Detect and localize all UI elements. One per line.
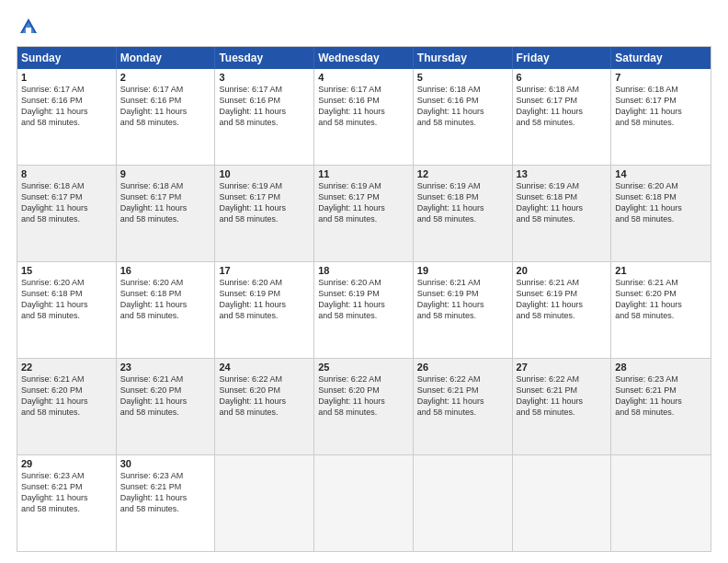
day-number: 3 [219, 72, 310, 83]
day-cell-8: 8Sunrise: 6:18 AM Sunset: 6:17 PM Daylig… [17, 166, 117, 261]
day-number: 12 [417, 168, 508, 179]
header-day-tuesday: Tuesday [215, 47, 314, 69]
day-number: 23 [120, 362, 211, 373]
day-number: 20 [517, 265, 608, 276]
day-number: 7 [615, 72, 707, 83]
empty-cell [314, 455, 414, 551]
day-info: Sunrise: 6:17 AM Sunset: 6:16 PM Dayligh… [21, 84, 112, 129]
day-number: 25 [318, 362, 409, 373]
day-number: 16 [120, 265, 211, 276]
logo-icon [18, 17, 39, 37]
day-info: Sunrise: 6:18 AM Sunset: 6:16 PM Dayligh… [417, 84, 508, 129]
calendar: SundayMondayTuesdayWednesdayThursdayFrid… [17, 46, 711, 552]
day-info: Sunrise: 6:18 AM Sunset: 6:17 PM Dayligh… [615, 84, 707, 129]
day-info: Sunrise: 6:17 AM Sunset: 6:16 PM Dayligh… [219, 84, 310, 129]
day-info: Sunrise: 6:19 AM Sunset: 6:17 PM Dayligh… [318, 180, 409, 225]
day-cell-25: 25Sunrise: 6:22 AM Sunset: 6:20 PM Dayli… [314, 359, 414, 454]
day-cell-7: 7Sunrise: 6:18 AM Sunset: 6:17 PM Daylig… [611, 69, 711, 165]
empty-cell [513, 455, 612, 551]
day-cell-1: 1Sunrise: 6:17 AM Sunset: 6:16 PM Daylig… [17, 69, 117, 165]
day-cell-3: 3Sunrise: 6:17 AM Sunset: 6:16 PM Daylig… [215, 69, 314, 165]
day-info: Sunrise: 6:20 AM Sunset: 6:19 PM Dayligh… [318, 277, 409, 322]
day-info: Sunrise: 6:21 AM Sunset: 6:20 PM Dayligh… [615, 277, 707, 322]
day-cell-4: 4Sunrise: 6:17 AM Sunset: 6:16 PM Daylig… [314, 69, 414, 165]
calendar-week-3: 15Sunrise: 6:20 AM Sunset: 6:18 PM Dayli… [17, 261, 711, 358]
day-cell-21: 21Sunrise: 6:21 AM Sunset: 6:20 PM Dayli… [611, 262, 711, 358]
page: SundayMondayTuesdayWednesdayThursdayFrid… [0, 0, 728, 563]
day-cell-11: 11Sunrise: 6:19 AM Sunset: 6:17 PM Dayli… [314, 166, 414, 261]
day-number: 10 [219, 168, 310, 179]
calendar-week-1: 1Sunrise: 6:17 AM Sunset: 6:16 PM Daylig… [17, 69, 711, 165]
day-info: Sunrise: 6:22 AM Sunset: 6:21 PM Dayligh… [417, 373, 508, 419]
header-day-monday: Monday [117, 47, 216, 69]
day-info: Sunrise: 6:18 AM Sunset: 6:17 PM Dayligh… [517, 84, 608, 129]
logo [17, 17, 40, 37]
day-info: Sunrise: 6:23 AM Sunset: 6:21 PM Dayligh… [120, 470, 211, 515]
day-cell-6: 6Sunrise: 6:18 AM Sunset: 6:17 PM Daylig… [513, 69, 612, 165]
day-cell-12: 12Sunrise: 6:19 AM Sunset: 6:18 PM Dayli… [414, 166, 513, 261]
day-info: Sunrise: 6:18 AM Sunset: 6:17 PM Dayligh… [120, 180, 211, 225]
day-number: 22 [21, 362, 112, 373]
day-number: 19 [417, 265, 508, 276]
day-info: Sunrise: 6:20 AM Sunset: 6:18 PM Dayligh… [120, 277, 211, 322]
header-day-saturday: Saturday [611, 47, 711, 69]
header [17, 17, 711, 37]
day-info: Sunrise: 6:21 AM Sunset: 6:19 PM Dayligh… [517, 277, 608, 322]
day-number: 14 [615, 168, 707, 179]
day-cell-29: 29Sunrise: 6:23 AM Sunset: 6:21 PM Dayli… [17, 455, 117, 551]
day-number: 29 [21, 458, 112, 469]
day-cell-14: 14Sunrise: 6:20 AM Sunset: 6:18 PM Dayli… [611, 166, 711, 261]
header-day-sunday: Sunday [17, 47, 117, 69]
day-cell-9: 9Sunrise: 6:18 AM Sunset: 6:17 PM Daylig… [117, 166, 216, 261]
calendar-header: SundayMondayTuesdayWednesdayThursdayFrid… [17, 47, 711, 69]
day-info: Sunrise: 6:19 AM Sunset: 6:17 PM Dayligh… [219, 180, 310, 225]
day-number: 27 [517, 362, 608, 373]
day-number: 11 [318, 168, 409, 179]
day-info: Sunrise: 6:18 AM Sunset: 6:17 PM Dayligh… [21, 180, 112, 225]
day-info: Sunrise: 6:19 AM Sunset: 6:18 PM Dayligh… [417, 180, 508, 225]
day-info: Sunrise: 6:21 AM Sunset: 6:20 PM Dayligh… [21, 373, 112, 419]
day-info: Sunrise: 6:21 AM Sunset: 6:20 PM Dayligh… [120, 373, 211, 419]
day-cell-19: 19Sunrise: 6:21 AM Sunset: 6:19 PM Dayli… [414, 262, 513, 358]
svg-rect-2 [26, 28, 31, 33]
day-info: Sunrise: 6:23 AM Sunset: 6:21 PM Dayligh… [21, 470, 112, 515]
day-cell-22: 22Sunrise: 6:21 AM Sunset: 6:20 PM Dayli… [17, 359, 117, 454]
day-number: 2 [120, 72, 211, 83]
day-info: Sunrise: 6:22 AM Sunset: 6:20 PM Dayligh… [219, 373, 310, 419]
day-cell-20: 20Sunrise: 6:21 AM Sunset: 6:19 PM Dayli… [513, 262, 612, 358]
day-cell-24: 24Sunrise: 6:22 AM Sunset: 6:20 PM Dayli… [215, 359, 314, 454]
day-number: 30 [120, 458, 211, 469]
calendar-week-4: 22Sunrise: 6:21 AM Sunset: 6:20 PM Dayli… [17, 358, 711, 454]
day-cell-17: 17Sunrise: 6:20 AM Sunset: 6:19 PM Dayli… [215, 262, 314, 358]
day-number: 17 [219, 265, 310, 276]
day-info: Sunrise: 6:17 AM Sunset: 6:16 PM Dayligh… [318, 84, 409, 129]
day-info: Sunrise: 6:19 AM Sunset: 6:18 PM Dayligh… [517, 180, 608, 225]
day-number: 13 [517, 168, 608, 179]
header-day-wednesday: Wednesday [314, 47, 414, 69]
day-number: 8 [21, 168, 112, 179]
day-number: 15 [21, 265, 112, 276]
day-cell-23: 23Sunrise: 6:21 AM Sunset: 6:20 PM Dayli… [117, 359, 216, 454]
day-info: Sunrise: 6:20 AM Sunset: 6:19 PM Dayligh… [219, 277, 310, 322]
header-day-friday: Friday [513, 47, 612, 69]
day-number: 1 [21, 72, 112, 83]
day-cell-5: 5Sunrise: 6:18 AM Sunset: 6:16 PM Daylig… [414, 69, 513, 165]
calendar-week-2: 8Sunrise: 6:18 AM Sunset: 6:17 PM Daylig… [17, 165, 711, 261]
calendar-week-5: 29Sunrise: 6:23 AM Sunset: 6:21 PM Dayli… [17, 454, 711, 551]
day-number: 6 [517, 72, 608, 83]
day-number: 5 [417, 72, 508, 83]
calendar-body: 1Sunrise: 6:17 AM Sunset: 6:16 PM Daylig… [17, 69, 711, 551]
day-number: 4 [318, 72, 409, 83]
day-cell-26: 26Sunrise: 6:22 AM Sunset: 6:21 PM Dayli… [414, 359, 513, 454]
empty-cell [414, 455, 513, 551]
day-cell-2: 2Sunrise: 6:17 AM Sunset: 6:16 PM Daylig… [117, 69, 216, 165]
day-info: Sunrise: 6:23 AM Sunset: 6:21 PM Dayligh… [615, 373, 707, 419]
day-number: 21 [615, 265, 707, 276]
day-cell-10: 10Sunrise: 6:19 AM Sunset: 6:17 PM Dayli… [215, 166, 314, 261]
day-cell-30: 30Sunrise: 6:23 AM Sunset: 6:21 PM Dayli… [117, 455, 216, 551]
day-info: Sunrise: 6:20 AM Sunset: 6:18 PM Dayligh… [21, 277, 112, 322]
empty-cell [611, 455, 711, 551]
day-number: 24 [219, 362, 310, 373]
day-info: Sunrise: 6:22 AM Sunset: 6:21 PM Dayligh… [517, 373, 608, 419]
day-cell-13: 13Sunrise: 6:19 AM Sunset: 6:18 PM Dayli… [513, 166, 612, 261]
